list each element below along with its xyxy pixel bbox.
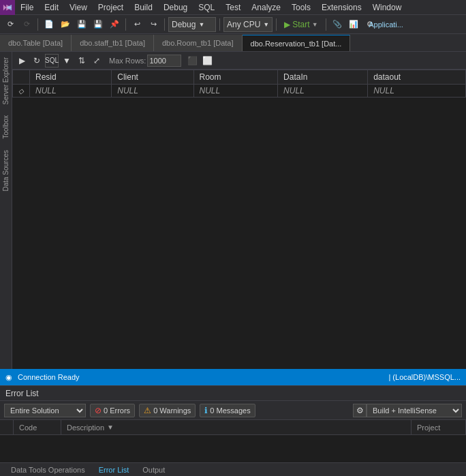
col-dataout: dataout: [368, 70, 466, 85]
toolbar-redo-btn[interactable]: ↪: [146, 17, 161, 32]
error-toolbar: Entire Solution ⊘ 0 Errors ⚠ 0 Warnings …: [0, 401, 466, 420]
intellisense-filter: ⚙ Build + IntelliSense: [353, 404, 462, 417]
table-row[interactable]: ◇ NULL NULL NULL NULL NULL: [13, 85, 466, 98]
menu-debug[interactable]: Debug: [158, 0, 193, 14]
side-toolbox[interactable]: Toolbox: [2, 110, 10, 144]
toolbar-save-btn[interactable]: 💾: [74, 17, 89, 32]
toolbar: ⟳ ⟳ 📄 📂 💾 💾 📌 ↩ ↪ Debug ▼ Any CPU ▼ ▶ St…: [0, 15, 466, 34]
grid-filter-btn[interactable]: ▼: [60, 54, 74, 68]
status-bar: ◉ Connection Ready | (LocalDB)\MSSQL...: [0, 369, 466, 385]
data-table-container[interactable]: Resid Client Room DataIn dataout ◇ NULL …: [12, 70, 466, 369]
toolbar-monitor-btn[interactable]: 📊: [346, 17, 361, 32]
start-button[interactable]: ▶ Start ▼: [280, 20, 322, 29]
toolbar-sep-1: [37, 18, 38, 31]
col-client: Client: [112, 70, 193, 85]
grid-expand-btn[interactable]: ⤢: [90, 54, 104, 68]
col-resid: Resid: [30, 70, 112, 85]
menu-analyze[interactable]: Analyze: [246, 0, 286, 14]
toolbar-forward-btn[interactable]: ⟳: [19, 17, 34, 32]
grid-refresh-btn[interactable]: ↻: [30, 54, 44, 68]
toolbar-pin-btn[interactable]: 📌: [107, 17, 122, 32]
error-col-check: [0, 420, 14, 434]
cell-datain[interactable]: NULL: [278, 85, 368, 98]
error-col-project: Project: [411, 420, 466, 434]
start-arrow: ▼: [312, 21, 318, 28]
row-indicator-cell: ◇: [13, 85, 30, 98]
menu-edit[interactable]: Edit: [39, 0, 64, 14]
max-rows-label: Max Rows:: [109, 57, 146, 65]
menu-tools[interactable]: Tools: [286, 0, 316, 14]
menu-extensions[interactable]: Extensions: [316, 0, 367, 14]
tab-dbo-table[interactable]: dbo.Table [Data]: [0, 35, 72, 51]
start-triangle-icon: ▶: [284, 20, 290, 29]
intellisense-filter-btn[interactable]: ⚙: [353, 404, 367, 417]
menu-test[interactable]: Test: [220, 0, 246, 14]
status-connection: | (LocalDB)\MSSQL...: [388, 373, 461, 381]
toolbar-new-btn[interactable]: 📄: [42, 17, 57, 32]
tab-dbo-staff[interactable]: dbo.staff_tb1 [Data]: [72, 35, 154, 51]
grid-resize-btn[interactable]: ⬛: [185, 54, 199, 68]
toolbar-sep-2: [125, 18, 126, 31]
toolbar-attach-btn[interactable]: 📎: [330, 17, 345, 32]
tab-dbo-reservation[interactable]: dbo.Reservation_tb1 [Dat...: [243, 35, 351, 51]
side-panel: Server Explorer Toolbox Data Sources: [0, 52, 12, 369]
error-panel-header: Error List: [0, 386, 466, 401]
menu-build[interactable]: Build: [129, 0, 158, 14]
bottom-tab-output[interactable]: Output: [136, 463, 172, 476]
toolbar-save-all-btn[interactable]: 💾: [91, 17, 106, 32]
status-icon: ◉: [5, 373, 12, 382]
cell-client[interactable]: NULL: [112, 85, 193, 98]
menu-window[interactable]: Window: [367, 0, 407, 14]
error-col-description: Description ▼: [61, 420, 411, 434]
data-grid-area: ▶ ↻ SQL ▼ ⇅ ⤢ Max Rows: ⬛ ⬜ Resid Client…: [12, 52, 466, 369]
col-datain: DataIn: [278, 70, 368, 85]
error-panel: Error List Entire Solution ⊘ 0 Errors ⚠ …: [0, 385, 466, 462]
cell-room[interactable]: NULL: [193, 85, 278, 98]
debug-mode-dropdown[interactable]: Debug ▼: [168, 17, 216, 32]
cell-resid[interactable]: NULL: [30, 85, 112, 98]
error-col-code: Code: [14, 420, 61, 434]
menu-file[interactable]: File: [15, 0, 39, 14]
grid-query-btn[interactable]: SQL: [45, 54, 59, 68]
description-sort-icon: ▼: [107, 423, 114, 431]
message-info-icon: ℹ: [204, 406, 208, 415]
grid-pane-btn[interactable]: ⬜: [200, 54, 214, 68]
col-room: Room: [193, 70, 278, 85]
tab-dbo-room[interactable]: dbo.Room_tb1 [Data]: [154, 35, 243, 51]
grid-sort-btn[interactable]: ⇅: [75, 54, 89, 68]
main-content-area: Server Explorer Toolbox Data Sources ▶ ↻…: [0, 52, 466, 369]
side-server-explorer[interactable]: Server Explorer: [2, 52, 10, 110]
toolbar-open-btn[interactable]: 📂: [58, 17, 73, 32]
menu-items: File Edit View Project Build Debug SQL T…: [15, 0, 407, 14]
intellisense-select[interactable]: Build + IntelliSense: [367, 404, 462, 417]
data-table: Resid Client Room DataIn dataout ◇ NULL …: [12, 70, 466, 98]
error-red-icon: ⊘: [95, 406, 102, 415]
toolbar-undo-btn[interactable]: ↩: [129, 17, 144, 32]
error-scope-select[interactable]: Entire Solution: [4, 404, 86, 417]
row-indicator-header: [13, 70, 30, 85]
cpu-arrow: ▼: [263, 21, 269, 28]
debug-mode-arrow: ▼: [198, 21, 204, 28]
cpu-target-dropdown[interactable]: Any CPU ▼: [223, 17, 273, 32]
grid-execute-btn[interactable]: ▶: [15, 54, 29, 68]
menu-view[interactable]: View: [64, 0, 93, 14]
errors-button[interactable]: ⊘ 0 Errors: [90, 404, 135, 417]
toolbar-sep-5: [276, 18, 277, 31]
menu-sql[interactable]: SQL: [193, 0, 220, 14]
error-column-headers: Code Description ▼ Project: [0, 420, 466, 435]
row-new-icon: ◇: [18, 87, 24, 95]
toolbar-sep-6: [326, 18, 326, 31]
messages-button[interactable]: ℹ 0 Messages: [200, 404, 255, 417]
max-rows-input[interactable]: [147, 55, 181, 67]
vs-logo: [0, 0, 15, 15]
toolbar-app-btn[interactable]: Applicati...: [379, 17, 394, 32]
status-text: Connection Ready: [18, 373, 383, 381]
cell-dataout[interactable]: NULL: [368, 85, 466, 98]
menu-project[interactable]: Project: [93, 0, 129, 14]
bottom-tab-data-tools[interactable]: Data Tools Operations: [4, 463, 92, 476]
side-data-sources[interactable]: Data Sources: [2, 145, 10, 197]
warnings-button[interactable]: ⚠ 0 Warnings: [139, 404, 196, 417]
toolbar-sep-4: [219, 18, 220, 31]
toolbar-back-btn[interactable]: ⟳: [3, 17, 18, 32]
bottom-tab-error-list[interactable]: Error List: [92, 463, 136, 476]
